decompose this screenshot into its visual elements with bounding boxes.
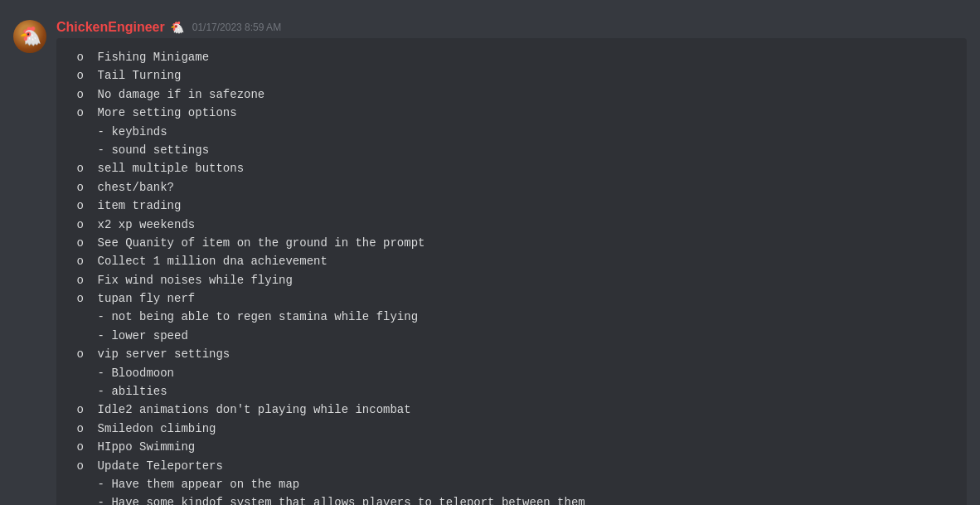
avatar: 🐔 [13, 20, 46, 53]
user-badge: 🐔 [170, 21, 184, 34]
username: ChickenEngineer [56, 20, 165, 35]
timestamp: 01/17/2023 8:59 AM [192, 22, 281, 33]
message-content: o Fishing Minigame o Tail Turning o No d… [56, 38, 967, 505]
message-header: ChickenEngineer 🐔 01/17/2023 8:59 AM [56, 20, 967, 35]
avatar-image: 🐔 [13, 20, 46, 53]
message-body: ChickenEngineer 🐔 01/17/2023 8:59 AM o F… [56, 20, 967, 505]
message: 🐔 ChickenEngineer 🐔 01/17/2023 8:59 AM o… [0, 13, 980, 505]
avatar-emoji: 🐔 [19, 26, 41, 47]
